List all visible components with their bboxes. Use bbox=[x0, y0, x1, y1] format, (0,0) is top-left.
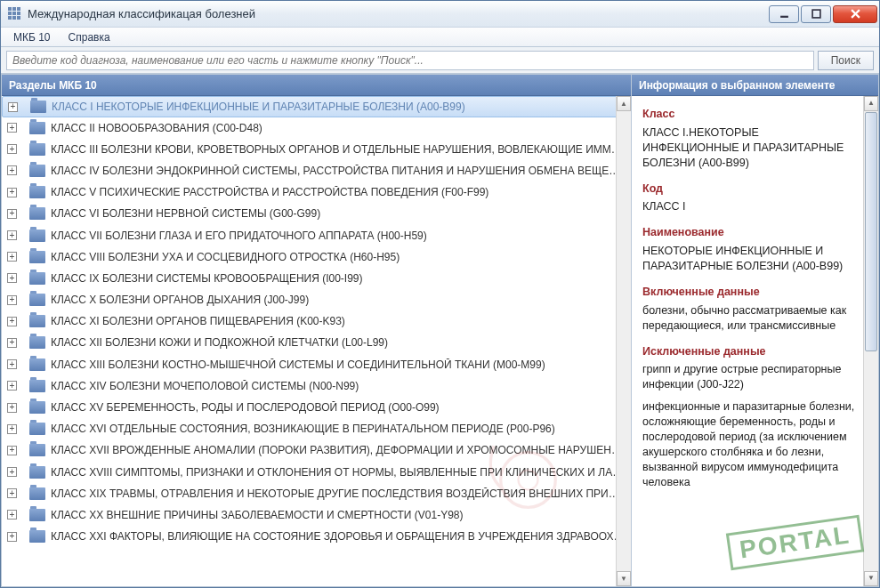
folder-icon bbox=[29, 336, 45, 349]
scroll-up-icon[interactable]: ▲ bbox=[864, 96, 878, 111]
tree-row[interactable]: +КЛАСС XIX ТРАВМЫ, ОТРАВЛЕНИЯ И НЕКОТОРЫ… bbox=[2, 483, 631, 504]
tree-row[interactable]: +КЛАСС XIII БОЛЕЗНИ КОСТНО-МЫШЕЧНОЙ СИСТ… bbox=[2, 354, 631, 375]
tree-row[interactable]: +КЛАСС VI БОЛЕЗНИ НЕРВНОЙ СИСТЕМЫ (G00-G… bbox=[2, 204, 631, 225]
folder-icon bbox=[29, 186, 45, 198]
expand-icon[interactable]: + bbox=[7, 424, 17, 434]
folder-icon bbox=[29, 423, 45, 435]
tree-label: КЛАСС XVII ВРОЖДЕННЫЕ АНОМАЛИИ (ПОРОКИ Р… bbox=[51, 444, 626, 456]
search-input[interactable] bbox=[6, 51, 814, 70]
content: Разделы МКБ 10 +КЛАСС I НЕКОТОРЫЕ ИНФЕКЦ… bbox=[1, 74, 879, 587]
expand-icon[interactable]: + bbox=[7, 338, 17, 348]
tree-label: КЛАСС XX ВНЕШНИЕ ПРИЧИНЫ ЗАБОЛЕВАЕМОСТИ … bbox=[51, 509, 464, 521]
tree-row[interactable]: +КЛАСС XXI ФАКТОРЫ, ВЛИЯЮЩИЕ НА СОСТОЯНИ… bbox=[2, 527, 631, 548]
tree-row[interactable]: +КЛАСС IV БОЛЕЗНИ ЭНДОКРИННОЙ СИСТЕМЫ, Р… bbox=[2, 160, 631, 181]
info-name-value: НЕКОТОРЫЕ ИНФЕКЦИОННЫЕ И ПАРАЗИТАРНЫЕ БО… bbox=[642, 244, 857, 274]
tree-row[interactable]: +КЛАСС I НЕКОТОРЫЕ ИНФЕКЦИОННЫЕ И ПАРАЗИ… bbox=[2, 96, 631, 117]
tree-row[interactable]: +КЛАСС XII БОЛЕЗНИ КОЖИ И ПОДКОЖНОЙ КЛЕТ… bbox=[2, 333, 631, 354]
scroll-down-icon[interactable]: ▼ bbox=[864, 571, 878, 586]
tree-label: КЛАСС XXI ФАКТОРЫ, ВЛИЯЮЩИЕ НА СОСТОЯНИЕ… bbox=[51, 530, 626, 543]
tree-row[interactable]: +КЛАСС VIII БОЛЕЗНИ УХА И СОСЦЕВИДНОГО О… bbox=[2, 246, 631, 268]
tree-row[interactable]: +КЛАСС XV БЕРЕМЕННОСТЬ, РОДЫ И ПОСЛЕРОДО… bbox=[2, 397, 631, 418]
tree-row[interactable]: +КЛАСС XVII ВРОЖДЕННЫЕ АНОМАЛИИ (ПОРОКИ … bbox=[2, 440, 631, 462]
expand-icon[interactable]: + bbox=[7, 123, 17, 133]
folder-icon bbox=[30, 101, 46, 113]
expand-icon[interactable]: + bbox=[7, 403, 17, 413]
info-content: Класс КЛАСС I.НЕКОТОРЫЕ ИНФЕКЦИОННЫЕ И П… bbox=[632, 96, 878, 586]
tree-label: КЛАСС III БОЛЕЗНИ КРОВИ, КРОВЕТВОРНЫХ ОР… bbox=[51, 143, 626, 156]
tree-label: КЛАСС XIX ТРАВМЫ, ОТРАВЛЕНИЯ И НЕКОТОРЫЕ… bbox=[51, 487, 626, 500]
tree-label: КЛАСС II НОВООБРАЗОВАНИЯ (C00-D48) bbox=[51, 122, 262, 134]
minimize-button[interactable] bbox=[769, 5, 799, 23]
close-button[interactable] bbox=[833, 5, 877, 23]
tree-scrollbar[interactable]: ▲ ▼ bbox=[616, 96, 631, 586]
scroll-down-icon[interactable]: ▼ bbox=[617, 571, 631, 586]
folder-icon bbox=[29, 509, 45, 521]
folder-icon bbox=[29, 207, 45, 220]
tree-row[interactable]: +КЛАСС III БОЛЕЗНИ КРОВИ, КРОВЕТВОРНЫХ О… bbox=[2, 139, 631, 160]
tree-row[interactable]: +КЛАСС XVI ОТДЕЛЬНЫЕ СОСТОЯНИЯ, ВОЗНИКАЮ… bbox=[2, 419, 631, 440]
expand-icon[interactable]: + bbox=[7, 295, 17, 305]
tree-label: КЛАСС XVIII СИМПТОМЫ, ПРИЗНАКИ И ОТКЛОНЕ… bbox=[51, 466, 626, 479]
maximize-button[interactable] bbox=[801, 5, 831, 23]
folder-icon bbox=[29, 165, 45, 177]
tree-label: КЛАСС V ПСИХИЧЕСКИЕ РАССТРОЙСТВА И РАССТ… bbox=[51, 186, 488, 198]
folder-icon bbox=[29, 251, 45, 263]
folder-icon bbox=[29, 444, 45, 456]
tree-row[interactable]: +КЛАСС XX ВНЕШНИЕ ПРИЧИНЫ ЗАБОЛЕВАЕМОСТИ… bbox=[2, 504, 631, 526]
info-code-heading: Код bbox=[642, 181, 857, 197]
info-excluded-heading: Исключенные данные bbox=[642, 344, 857, 359]
scroll-track[interactable] bbox=[617, 111, 631, 571]
tree-row[interactable]: +КЛАСС V ПСИХИЧЕСКИЕ РАССТРОЙСТВА И РАСС… bbox=[2, 182, 631, 204]
folder-icon bbox=[29, 380, 45, 392]
expand-icon[interactable]: + bbox=[7, 381, 17, 391]
expand-icon[interactable]: + bbox=[7, 273, 17, 283]
expand-icon[interactable]: + bbox=[7, 144, 17, 154]
tree-row[interactable]: +КЛАСС XIV БОЛЕЗНИ МОЧЕПОЛОВОЙ СИСТЕМЫ (… bbox=[2, 375, 631, 397]
menu-mkb10[interactable]: МКБ 10 bbox=[4, 29, 60, 45]
expand-icon[interactable]: + bbox=[7, 188, 17, 197]
expand-icon[interactable]: + bbox=[7, 230, 17, 240]
expand-icon[interactable]: + bbox=[7, 510, 17, 520]
tree-row[interactable]: +КЛАСС XI БОЛЕЗНИ ОРГАНОВ ПИЩЕВАРЕНИЯ (K… bbox=[2, 311, 631, 333]
tree-label: КЛАСС VIII БОЛЕЗНИ УХА И СОСЦЕВИДНОГО ОТ… bbox=[51, 251, 400, 263]
expand-icon[interactable]: + bbox=[7, 317, 17, 326]
tree-label: КЛАСС XV БЕРЕМЕННОСТЬ, РОДЫ И ПОСЛЕРОДОВ… bbox=[51, 401, 440, 414]
scroll-up-icon[interactable]: ▲ bbox=[617, 96, 631, 111]
folder-icon bbox=[29, 272, 45, 285]
tree-row[interactable]: +КЛАСС IX БОЛЕЗНИ СИСТЕМЫ КРОВООБРАЩЕНИЯ… bbox=[2, 268, 631, 289]
folder-icon bbox=[29, 122, 45, 134]
tree-label: КЛАСС X БОЛЕЗНИ ОРГАНОВ ДЫХАНИЯ (J00-J99… bbox=[51, 294, 309, 306]
folder-icon bbox=[29, 358, 45, 371]
tree-row[interactable]: +КЛАСС XVIII СИМПТОМЫ, ПРИЗНАКИ И ОТКЛОН… bbox=[2, 462, 631, 483]
tree-label: КЛАСС I НЕКОТОРЫЕ ИНФЕКЦИОННЫЕ И ПАРАЗИТ… bbox=[52, 101, 465, 113]
expand-icon[interactable]: + bbox=[7, 467, 17, 477]
info-class-value: КЛАСС I.НЕКОТОРЫЕ ИНФЕКЦИОННЫЕ И ПАРАЗИТ… bbox=[642, 125, 857, 171]
folder-icon bbox=[29, 230, 45, 242]
expand-icon[interactable]: + bbox=[7, 252, 17, 262]
info-class-heading: Класс bbox=[642, 107, 857, 122]
left-panel-header: Разделы МКБ 10 bbox=[2, 75, 631, 96]
expand-icon[interactable]: + bbox=[7, 209, 17, 219]
expand-icon[interactable]: + bbox=[7, 359, 17, 369]
tree-label: КЛАСС VII БОЛЕЗНИ ГЛАЗА И ЕГО ПРИДАТОЧНО… bbox=[51, 230, 427, 242]
expand-icon[interactable]: + bbox=[7, 532, 17, 542]
info-scrollbar[interactable]: ▲ ▼ bbox=[863, 96, 878, 586]
tree: +КЛАСС I НЕКОТОРЫЕ ИНФЕКЦИОННЫЕ И ПАРАЗИ… bbox=[2, 96, 631, 586]
expand-icon[interactable]: + bbox=[7, 165, 17, 175]
menu-help[interactable]: Справка bbox=[60, 29, 119, 45]
left-panel: Разделы МКБ 10 +КЛАСС I НЕКОТОРЫЕ ИНФЕКЦ… bbox=[2, 75, 632, 586]
scroll-thumb[interactable] bbox=[865, 112, 877, 351]
expand-icon[interactable]: + bbox=[7, 488, 17, 498]
scroll-track[interactable] bbox=[864, 111, 878, 571]
folder-icon bbox=[29, 466, 45, 479]
tree-row[interactable]: +КЛАСС VII БОЛЕЗНИ ГЛАЗА И ЕГО ПРИДАТОЧН… bbox=[2, 225, 631, 246]
right-panel-header: Информация о выбранном элементе bbox=[632, 75, 878, 96]
tree-row[interactable]: +КЛАСС II НОВООБРАЗОВАНИЯ (C00-D48) bbox=[2, 117, 631, 139]
folder-icon bbox=[29, 401, 45, 414]
search-button[interactable]: Поиск bbox=[818, 51, 874, 70]
tree-label: КЛАСС XIII БОЛЕЗНИ КОСТНО-МЫШЕЧНОЙ СИСТЕ… bbox=[51, 358, 545, 371]
searchbar: Поиск bbox=[1, 47, 879, 74]
tree-row[interactable]: +КЛАСС X БОЛЕЗНИ ОРГАНОВ ДЫХАНИЯ (J00-J9… bbox=[2, 290, 631, 311]
expand-icon[interactable]: + bbox=[8, 102, 18, 112]
expand-icon[interactable]: + bbox=[7, 446, 17, 455]
